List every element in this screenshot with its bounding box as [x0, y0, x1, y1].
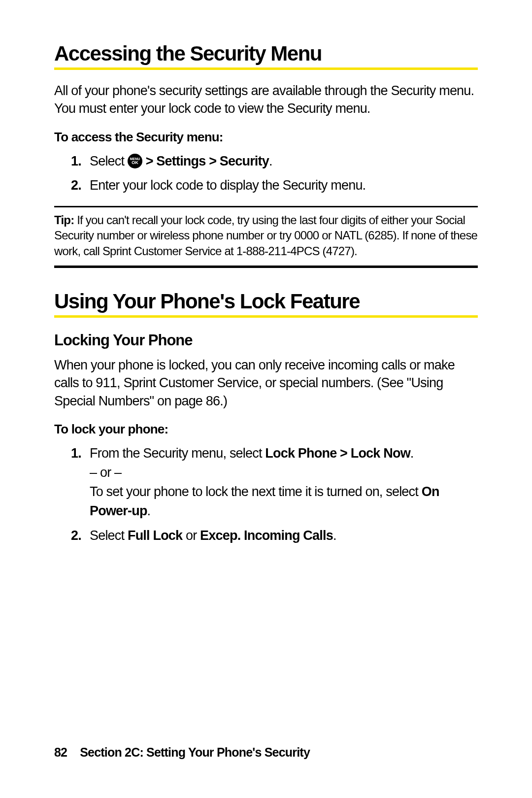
- step2-e: .: [333, 528, 336, 543]
- heading-underline: [54, 67, 478, 70]
- step-lock-now-or-powerup: From the Security menu, select Lock Phon…: [54, 444, 478, 521]
- step-text-prefix: Select: [90, 154, 128, 168]
- intro-paragraph-security-menu: All of your phone's security settings ar…: [54, 82, 478, 118]
- step-select-settings-security: Select MENUOK > Settings > Security.: [54, 152, 478, 171]
- step1-line3-a: To set your phone to lock the next time …: [90, 484, 422, 499]
- heading-accessing-security-menu: Accessing the Security Menu: [54, 42, 478, 66]
- step2-d: Excep. Incoming Calls: [200, 528, 333, 543]
- procedure-label-access-security: To access the Security menu:: [54, 130, 478, 145]
- step1-line2-or: – or –: [90, 465, 121, 480]
- menu-ok-icon: MENUOK: [128, 154, 142, 168]
- step1-line3-c: .: [147, 503, 151, 518]
- step2-c: or: [182, 528, 200, 543]
- page-footer: 82Section 2C: Setting Your Phone's Secur…: [54, 745, 310, 760]
- heading-underline: [54, 315, 478, 318]
- step-text-period: .: [269, 154, 272, 168]
- step-enter-lock-code: Enter your lock code to display the Secu…: [54, 176, 478, 195]
- step1-line1-c: .: [410, 446, 414, 461]
- step1-line1-a: From the Security menu, select: [90, 446, 265, 461]
- step-text-bold-path: > Settings > Security: [142, 154, 269, 168]
- subheading-locking-your-phone: Locking Your Phone: [54, 332, 478, 349]
- tip-text: If you can't recall your lock code, try …: [54, 213, 477, 257]
- step-select-full-lock: Select Full Lock or Excep. Incoming Call…: [54, 526, 478, 545]
- step2-a: Select: [90, 528, 128, 543]
- step1-line1-b: Lock Phone > Lock Now: [265, 446, 410, 461]
- step2-b: Full Lock: [128, 528, 182, 543]
- section-label: Section 2C: Setting Your Phone's Securit…: [80, 745, 310, 759]
- heading-using-lock-feature: Using Your Phone's Lock Feature: [54, 290, 478, 313]
- procedure-label-lock-phone: To lock your phone:: [54, 422, 478, 437]
- page-number: 82: [54, 745, 67, 759]
- steps-lock-phone: From the Security menu, select Lock Phon…: [54, 444, 478, 545]
- steps-access-security: Select MENUOK > Settings > Security. Ent…: [54, 152, 478, 195]
- manual-page: Accessing the Security Menu All of your …: [0, 0, 532, 798]
- tip-block: Tip: If you can't recall your lock code,…: [54, 206, 478, 268]
- intro-paragraph-locking: When your phone is locked, you can only …: [54, 356, 478, 410]
- tip-label: Tip:: [54, 213, 74, 227]
